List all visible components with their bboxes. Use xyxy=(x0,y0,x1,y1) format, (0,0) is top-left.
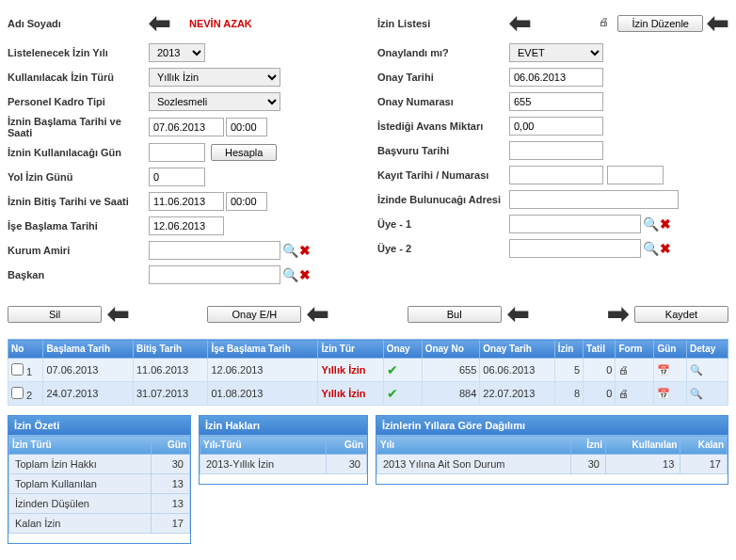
col-start: Başlama Tarih xyxy=(43,340,134,359)
col-onayno: Onay No xyxy=(422,340,480,359)
find-button[interactable]: Bul xyxy=(408,306,502,323)
print-icon[interactable]: 🖨 xyxy=(599,16,614,31)
arrow-icon: ⬅ xyxy=(107,298,129,329)
col-onaytarih: Onay Tarih xyxy=(480,340,554,359)
print-icon[interactable]: 🖨 xyxy=(618,388,629,399)
panel-title: İzinlerin Yıllara Göre Dağılımı xyxy=(376,416,728,435)
year-label: Listelenecek İzin Yılı xyxy=(8,47,149,58)
summary-key: Kalan İzin xyxy=(9,514,152,534)
days-label: İznin Kullanılacağı Gün xyxy=(8,147,149,158)
type-select[interactable]: Yıllık İzin xyxy=(149,68,280,87)
delete-icon[interactable]: ✖ xyxy=(660,241,675,256)
avans-input[interactable] xyxy=(509,117,603,136)
summary-key: Toplam Kullanılan xyxy=(9,474,152,494)
summary-panel: İzin Özeti İzin TürüGün Toplam İzin Hakk… xyxy=(8,415,191,544)
arrow-icon: ➡ xyxy=(607,298,629,329)
approve-date-label: Onay Tarihi xyxy=(377,72,509,83)
delete-icon[interactable]: ✖ xyxy=(299,267,314,282)
road-label: Yol İzin Günü xyxy=(8,171,149,183)
adres-label: İzinde Bulunucağı Adresi xyxy=(377,194,509,205)
edit-button[interactable]: İzin Düzenle xyxy=(617,15,703,32)
delete-icon[interactable]: ✖ xyxy=(299,243,314,258)
approve-date-input[interactable] xyxy=(509,68,603,87)
check-icon: ✔ xyxy=(383,359,422,382)
basvuru-label: Başvuru Tarihi xyxy=(377,145,509,156)
check-icon: ✔ xyxy=(383,382,422,406)
basvuru-input[interactable] xyxy=(509,141,603,160)
list-label: İzin Listesi xyxy=(377,18,509,29)
leave-table: No Başlama Tarih Bitiş Tarih İşe Başlama… xyxy=(8,339,728,406)
work-date-input[interactable] xyxy=(149,216,224,235)
search-icon[interactable]: 🔍 xyxy=(643,241,658,256)
col-onay: Onay xyxy=(383,340,422,359)
col-end: Bitiş Tarih xyxy=(133,340,207,359)
arrow-icon: ⬅ xyxy=(307,298,328,329)
col-detay: Detay xyxy=(687,340,728,359)
approved-label: Onaylandı mı? xyxy=(377,47,509,58)
summary-key: Toplam İzin Hakkı xyxy=(9,455,152,474)
panel-title: İzin Özeti xyxy=(8,416,190,435)
kayit-label: Kayıt Tarihi / Numarası xyxy=(377,169,509,181)
start-time-input[interactable] xyxy=(226,118,267,136)
col-tatil: Tatil xyxy=(584,340,616,359)
search-icon[interactable]: 🔍 xyxy=(282,267,297,282)
search-icon[interactable]: 🔍 xyxy=(282,243,297,258)
baskan-input[interactable] xyxy=(149,265,280,284)
save-button[interactable]: Kaydet xyxy=(634,306,728,323)
start-date-input[interactable] xyxy=(149,118,224,136)
delete-icon[interactable]: ✖ xyxy=(660,216,675,232)
detail-icon[interactable]: 🔍 xyxy=(690,364,703,376)
detail-icon[interactable]: 🔍 xyxy=(690,388,703,399)
end-time-input[interactable] xyxy=(226,192,267,211)
amir-input[interactable] xyxy=(149,241,280,260)
col-izin: İzin xyxy=(554,340,583,359)
name-label: Adı Soyadı xyxy=(8,18,149,29)
year-select[interactable]: 2013 xyxy=(149,43,205,62)
end-label: İznin Bitiş Tarihi ve Saati xyxy=(8,196,149,207)
type-label: Kullanılacak İzin Türü xyxy=(8,72,149,83)
summary-key: İzinden Düşülen xyxy=(9,494,152,514)
search-icon[interactable]: 🔍 xyxy=(643,216,658,232)
adres-input[interactable] xyxy=(509,190,679,209)
kadro-select[interactable]: Sozlesmeli xyxy=(149,92,280,111)
table-row[interactable]: 2 24.07.201331.07.201301.08.2013 Yıllık … xyxy=(8,382,728,406)
calc-button[interactable]: Hesapla xyxy=(211,144,277,161)
row-checkbox[interactable] xyxy=(11,363,24,376)
delete-button[interactable]: Sil xyxy=(8,306,102,323)
col-no: No xyxy=(8,340,43,359)
summary-val: 13 xyxy=(152,474,190,494)
calendar-icon[interactable]: 📅 xyxy=(657,388,670,399)
col-gun: Gün xyxy=(654,340,687,359)
kadro-label: Personel Kadro Tipi xyxy=(8,96,149,107)
distribution-panel: İzinlerin Yıllara Göre Dağılımı Yılı İzn… xyxy=(376,415,728,485)
days-input[interactable] xyxy=(149,143,205,162)
row-checkbox[interactable] xyxy=(11,387,24,399)
calendar-icon[interactable]: 📅 xyxy=(657,364,670,376)
uye2-input[interactable] xyxy=(509,239,641,258)
kayit-no-input[interactable] xyxy=(607,166,664,184)
panel-title: İzin Hakları xyxy=(200,416,367,435)
print-icon[interactable]: 🖨 xyxy=(618,364,629,376)
approve-no-label: Onay Numarası xyxy=(377,96,509,107)
arrow-icon: ⬅ xyxy=(707,8,728,39)
uye2-label: Üye - 2 xyxy=(377,243,509,254)
work-label: İşe Başlama Tarihi xyxy=(8,220,149,232)
dist-year: 2013 Yılına Ait Son Durum xyxy=(377,455,571,474)
approved-select[interactable]: EVET xyxy=(509,43,603,62)
approve-button[interactable]: Onay E/H xyxy=(207,306,301,323)
road-input[interactable] xyxy=(149,168,205,186)
rights-panel: İzin Hakları Yılı-TürüGün 2013-Yıllık İz… xyxy=(199,415,368,485)
approve-no-input[interactable] xyxy=(509,92,603,111)
baskan-label: Başkan xyxy=(8,269,149,280)
kayit-date-input[interactable] xyxy=(509,166,603,184)
arrow-icon: ⬅ xyxy=(507,298,529,329)
uye1-input[interactable] xyxy=(509,215,641,233)
summary-val: 13 xyxy=(152,494,190,514)
avans-label: İstediği Avans Miktarı xyxy=(377,120,509,132)
summary-val: 17 xyxy=(152,514,190,534)
rights-key: 2013-Yıllık İzin xyxy=(200,455,327,474)
table-row[interactable]: 1 07.06.201311.06.201312.06.2013 Yıllık … xyxy=(8,359,728,382)
end-date-input[interactable] xyxy=(149,192,224,211)
amir-label: Kurum Amiri xyxy=(8,245,149,256)
name-value: NEVİN AZAK xyxy=(189,18,252,29)
